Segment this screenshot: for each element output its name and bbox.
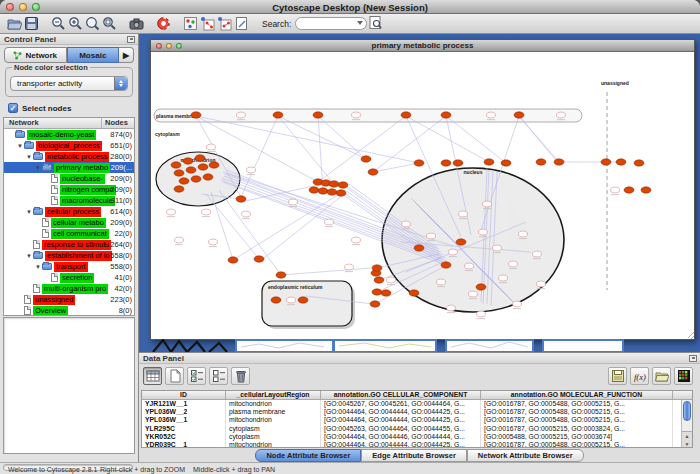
network-node[interactable] — [352, 112, 361, 118]
network-node-selected[interactable] — [554, 159, 564, 165]
tree-expander-icon[interactable]: ▼ — [25, 154, 33, 160]
tab-overflow-arrow[interactable]: ▶ — [119, 47, 134, 63]
table-row[interactable]: YPL036W__2plasma membrane[GO:0044464, GO… — [142, 408, 692, 416]
network-node[interactable] — [345, 264, 354, 270]
open-file-icon[interactable] — [6, 15, 23, 32]
tree-row[interactable]: ▼establishment of lo558(0) — [4, 250, 134, 261]
network-node-selected[interactable] — [318, 188, 328, 194]
float-data-panel-icon[interactable] — [689, 355, 697, 362]
network-node-selected[interactable] — [484, 159, 494, 165]
network-node-selected[interactable] — [453, 160, 463, 166]
network-node-selected[interactable] — [195, 155, 205, 161]
network-node-selected[interactable] — [616, 159, 626, 165]
tree-row[interactable]: secretion41(0) — [4, 272, 134, 283]
network-node-selected[interactable] — [183, 158, 193, 164]
network-node[interactable] — [537, 281, 546, 287]
select-nodes-checkbox[interactable]: ✓ — [8, 103, 18, 113]
network-from-selection-icon[interactable] — [199, 15, 216, 32]
network-node-selected[interactable] — [641, 187, 651, 193]
network-node[interactable] — [247, 167, 256, 173]
network-node[interactable] — [289, 199, 298, 205]
tree-row[interactable]: nitrogen compo209(0) — [4, 184, 134, 195]
unselect-attributes-icon[interactable] — [209, 367, 228, 385]
network-node[interactable] — [469, 291, 478, 297]
network-node-selected[interactable] — [501, 160, 511, 166]
network-node-selected[interactable] — [336, 190, 346, 196]
network-node[interactable] — [447, 305, 456, 311]
network-node[interactable] — [479, 229, 488, 235]
vizmapper-icon[interactable] — [182, 15, 199, 32]
network-node[interactable] — [427, 233, 436, 239]
snapshot-camera-icon[interactable] — [128, 15, 145, 32]
network-node-selected[interactable] — [361, 156, 371, 162]
network-node[interactable] — [209, 239, 218, 245]
tab-mosaic[interactable]: Mosaic — [67, 47, 119, 63]
network-node-selected[interactable] — [414, 245, 424, 251]
network-node-selected[interactable] — [179, 178, 189, 184]
network-node-selected[interactable] — [381, 290, 391, 296]
network-node-selected[interactable] — [338, 182, 348, 188]
network-node-selected[interactable] — [374, 277, 384, 283]
network-node-selected[interactable] — [441, 262, 451, 268]
tab-edge-attribute-browser[interactable]: Edge Attribute Browser — [361, 449, 466, 462]
app-titlebar[interactable]: Cytoscape Desktop (New Session) — [0, 0, 700, 14]
select-attributes-icon[interactable] — [187, 367, 206, 385]
network-node[interactable] — [167, 209, 176, 215]
network-node-selected[interactable] — [276, 272, 286, 278]
network-window-titlebar[interactable]: primary metabolic process — [151, 40, 694, 52]
network-node-selected[interactable] — [191, 176, 201, 182]
network-node[interactable] — [352, 237, 361, 243]
column-header[interactable]: ID — [142, 391, 226, 399]
function-builder-icon[interactable]: f(x) — [630, 367, 649, 385]
network-node-selected[interactable] — [368, 169, 378, 175]
zoom-fit-icon[interactable] — [84, 15, 101, 32]
annotation-icon[interactable] — [233, 15, 250, 32]
tree-row[interactable]: Overview8(0) — [4, 305, 134, 316]
float-panel-icon[interactable] — [127, 36, 135, 43]
table-row[interactable]: YJR121W__1mitochondrion[GO:0045267, GO:0… — [142, 400, 692, 408]
tree-row[interactable]: multi-organism pro42(0) — [4, 283, 134, 294]
network-node[interactable] — [513, 301, 522, 307]
tree-row[interactable]: macromolecule311(0) — [4, 195, 134, 206]
network-node[interactable] — [242, 211, 251, 217]
zoom-out-icon[interactable] — [50, 15, 67, 32]
network-node-selected[interactable] — [536, 159, 546, 165]
network-node-selected[interactable] — [228, 257, 238, 263]
network-node-selected[interactable] — [624, 187, 634, 193]
network-node-selected[interactable] — [174, 170, 184, 176]
tree-row[interactable]: mosaic-demo-yeast874(0) — [4, 129, 134, 140]
network-node-selected[interactable] — [236, 196, 246, 202]
node-color-dropdown[interactable]: transporter activity — [10, 76, 128, 91]
network-node-selected[interactable] — [476, 284, 486, 290]
network-node[interactable] — [487, 112, 496, 118]
network-node[interactable] — [483, 201, 492, 207]
network-node[interactable] — [465, 263, 474, 269]
network-node-selected[interactable] — [634, 160, 644, 166]
tree-expander-icon[interactable]: ▼ — [25, 253, 33, 259]
new-attribute-icon[interactable] — [165, 367, 184, 385]
network-node[interactable] — [449, 249, 458, 255]
zoom-selected-icon[interactable] — [101, 15, 118, 32]
network-node-selected[interactable] — [441, 160, 451, 166]
network-node[interactable] — [499, 275, 508, 281]
network-node-selected[interactable] — [209, 162, 219, 168]
table-row[interactable]: YDR039C__1mitochondrion[GO:0044464, GO:0… — [142, 441, 692, 448]
network-node[interactable] — [557, 112, 566, 118]
network-node[interactable] — [237, 112, 246, 118]
tree-row[interactable]: ▼cellular process614(0) — [4, 206, 134, 217]
network-node[interactable] — [437, 279, 446, 285]
tree-expander-icon[interactable]: ▼ — [25, 209, 33, 215]
network-node-selected[interactable] — [372, 289, 382, 295]
search-input-field[interactable] — [300, 18, 358, 29]
network-node-selected[interactable] — [271, 297, 281, 303]
import-attributes-icon[interactable] — [608, 367, 627, 385]
network-node-selected[interactable] — [203, 174, 213, 180]
tree-expander-icon[interactable]: ▼ — [16, 143, 24, 149]
zoom-in-icon[interactable] — [67, 15, 84, 32]
tree-column-nodes[interactable]: Nodes — [102, 118, 134, 128]
network-node-selected[interactable] — [327, 189, 337, 195]
network-node-selected[interactable] — [370, 301, 380, 307]
network-node-selected[interactable] — [441, 112, 451, 118]
network-node-selected[interactable] — [601, 159, 611, 165]
network-node-selected[interactable] — [514, 112, 524, 118]
